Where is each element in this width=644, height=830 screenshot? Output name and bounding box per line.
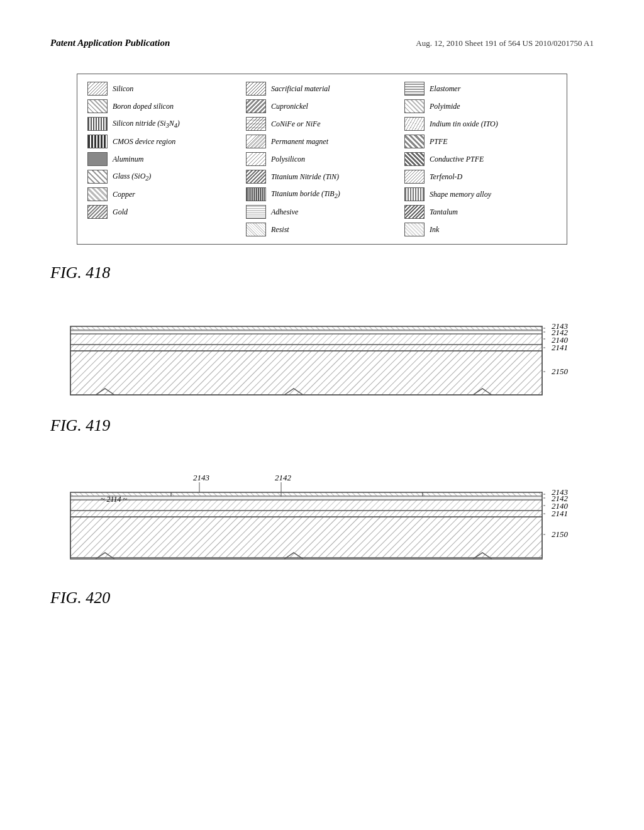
publication-info: Aug. 12, 2010 Sheet 191 of 564 US 2010/0… xyxy=(416,38,594,48)
legend-item-cupronickel: Cupronickel xyxy=(246,99,398,113)
legend-item-conife: CoNiFe or NiFe xyxy=(246,117,398,131)
legend-item-resist: Resist xyxy=(246,223,398,236)
legend-label-tantalum: Tantalum xyxy=(430,208,458,217)
legend-item-empty xyxy=(87,223,240,236)
legend-item-silicon-nitride: Silicon nitride (Si3N4) xyxy=(87,117,240,131)
svg-rect-92 xyxy=(423,492,542,496)
svg-rect-68 xyxy=(70,326,542,330)
swatch-ink xyxy=(404,223,425,236)
svg-line-58 xyxy=(405,170,406,172)
svg-line-17 xyxy=(247,82,250,86)
swatch-copper xyxy=(87,187,108,201)
svg-text:2150: 2150 xyxy=(552,367,569,376)
legend-item-polyimide: Polyimide xyxy=(404,99,557,113)
svg-text:2141: 2141 xyxy=(552,343,568,352)
legend-label-resist: Resist xyxy=(271,225,289,235)
svg-line-52 xyxy=(424,183,425,184)
publication-title: Patent Application Publication xyxy=(50,38,170,48)
svg-rect-86 xyxy=(70,517,542,558)
legend-box: Silicon Sacrificial material Elastomer B… xyxy=(77,74,567,245)
svg-text:2143: 2143 xyxy=(193,473,210,482)
legend-label-ito: Indium tin oxide (ITO) xyxy=(430,119,498,129)
fig419-section: 2143 2142 2140 2141 2150 FIG. 419 xyxy=(50,297,594,435)
swatch-sma xyxy=(404,187,425,201)
legend-item-adhesive: Adhesive xyxy=(246,205,398,219)
svg-line-5 xyxy=(88,82,91,86)
legend-item-cmos: CMOS device region xyxy=(87,135,240,148)
svg-rect-66 xyxy=(70,334,542,345)
swatch-titan-nitride xyxy=(246,170,266,184)
swatch-cmos xyxy=(87,135,108,148)
svg-line-45 xyxy=(247,153,253,159)
legend-label-silicon-nitride: Silicon nitride (Si3N4) xyxy=(113,119,180,129)
legend-item-sacrificial: Sacrificial material xyxy=(246,82,398,96)
legend-label-cupronickel: Cupronickel xyxy=(271,102,308,111)
legend-item-boron: Boron doped silicon xyxy=(87,99,240,113)
svg-line-24 xyxy=(247,118,253,124)
legend-item-terfenol: Terfenol-D xyxy=(404,170,557,184)
legend-item-tantalum: Tantalum xyxy=(404,205,557,219)
legend-label-cptfe: Conductive PTFE xyxy=(430,155,484,164)
fig418-label: FIG. 418 xyxy=(50,263,594,282)
legend-item-ink: Ink xyxy=(404,223,557,236)
swatch-cptfe xyxy=(404,152,425,166)
svg-line-38 xyxy=(264,147,266,148)
legend-label-cmos: CMOS device region xyxy=(113,137,175,147)
legend-label-silicon: Silicon xyxy=(113,84,133,94)
swatch-silicon-nitride xyxy=(87,117,108,131)
legend-item-copper: Copper xyxy=(87,187,240,201)
legend-item-ito: Indium tin oxide (ITO) xyxy=(404,117,557,131)
svg-line-41 xyxy=(247,153,260,166)
legend-label-terfenol: Terfenol-D xyxy=(430,172,462,182)
legend-item-glass: Glass (SiO2) xyxy=(87,170,240,184)
svg-line-56 xyxy=(405,170,413,178)
fig420-label: FIG. 420 xyxy=(50,589,594,607)
legend-item-silicon: Silicon xyxy=(87,82,240,96)
page: Patent Application Publication Aug. 12, … xyxy=(0,0,644,830)
swatch-boron xyxy=(87,99,108,113)
legend-item-titan-nitride: Titanium Nitride (TiN) xyxy=(246,170,398,184)
svg-rect-89 xyxy=(70,496,542,500)
legend-item-ptfe: PTFE xyxy=(404,135,557,148)
swatch-gold xyxy=(87,205,108,219)
legend-label-sma: Shape memory alloy xyxy=(430,190,491,199)
legend-label-sacrificial: Sacrificial material xyxy=(271,84,330,94)
swatch-terfenol xyxy=(404,170,425,184)
legend-item-permag: Permanent magnet xyxy=(246,135,398,148)
legend-item-polysilicon: Polysilicon xyxy=(246,152,398,166)
legend-grid: Silicon Sacrificial material Elastomer B… xyxy=(87,82,557,236)
swatch-cupronickel xyxy=(246,99,266,113)
legend-label-ink: Ink xyxy=(430,225,439,235)
legend-label-glass: Glass (SiO2) xyxy=(113,172,151,182)
fig420-diagram: 2143 2142 ~ 2114 ~ 2143 2142 2140 2141 2… xyxy=(52,454,592,580)
legend-label-ptfe: PTFE xyxy=(430,137,448,147)
swatch-permag xyxy=(246,135,266,148)
legend-label-titan-boride: Titanium boride (TiB2) xyxy=(271,189,340,199)
swatch-elastomer xyxy=(404,82,425,96)
legend-item-sma: Shape memory alloy xyxy=(404,187,557,201)
svg-text:~ 2114 ~: ~ 2114 ~ xyxy=(101,495,128,504)
legend-label-titan-nitride: Titanium Nitride (TiN) xyxy=(271,172,339,182)
svg-rect-67 xyxy=(70,330,542,334)
swatch-tantalum xyxy=(404,205,425,219)
svg-rect-64 xyxy=(70,351,542,395)
legend-label-polysilicon: Polysilicon xyxy=(271,155,305,164)
svg-text:2142: 2142 xyxy=(275,473,292,482)
swatch-silicon xyxy=(87,82,108,96)
svg-line-42 xyxy=(250,153,264,166)
legend-label-elastomer: Elastomer xyxy=(430,84,460,94)
swatch-ito xyxy=(404,117,425,131)
svg-line-16 xyxy=(247,82,253,89)
legend-item-cptfe: Conductive PTFE xyxy=(404,152,557,166)
legend-label-conife: CoNiFe or NiFe xyxy=(271,119,321,129)
fig419-label: FIG. 419 xyxy=(50,416,594,435)
legend-label-boron: Boron doped silicon xyxy=(113,102,174,111)
swatch-polyimide xyxy=(404,99,425,113)
svg-text:2141: 2141 xyxy=(552,509,568,518)
swatch-glass xyxy=(87,170,108,184)
legend-label-polyimide: Polyimide xyxy=(430,102,460,111)
svg-rect-91 xyxy=(171,492,423,496)
swatch-resist xyxy=(246,223,266,236)
svg-text:2150: 2150 xyxy=(552,529,569,539)
legend-item-titan-boride: Titanium boride (TiB2) xyxy=(246,187,398,201)
